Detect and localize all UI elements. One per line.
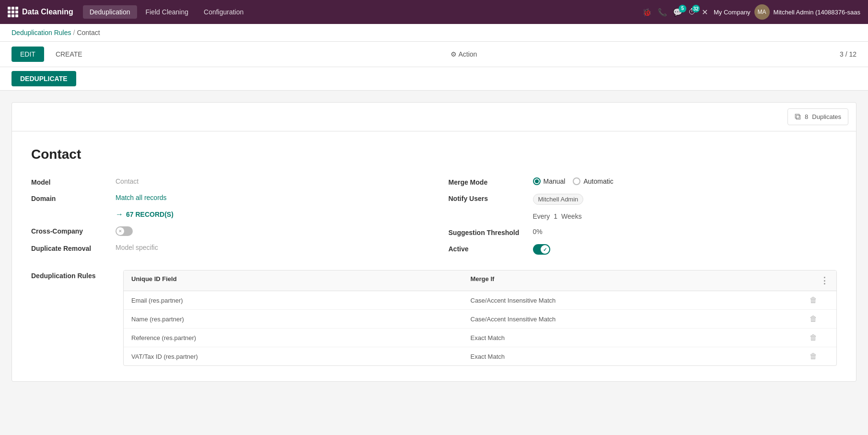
action-bar: EDIT CREATE ⚙ Action 3 / 12 [0, 42, 868, 67]
user-name: Mitchell Admin (14088376-saas [774, 9, 860, 16]
suggestion-threshold-row: Suggestion Threshold 0% [449, 228, 837, 236]
chat-badge: 5 [679, 5, 686, 12]
frequency-prefix: Every [533, 212, 550, 220]
left-column: Model Contact Domain Match all records →… [31, 177, 420, 255]
timer-icon[interactable]: ⏱ 32 [688, 8, 696, 16]
radio-manual-circle [533, 177, 541, 185]
radio-automatic-circle [573, 177, 580, 185]
records-link[interactable]: → 67 RECORD(S) [116, 210, 174, 219]
cross-company-row: Cross-Company [31, 226, 420, 236]
duplicates-count: 8 [805, 113, 808, 120]
active-label: Active [449, 244, 525, 253]
frequency-unit: Weeks [561, 212, 582, 220]
user-section[interactable]: My Company MA Mitchell Admin (14088376-s… [714, 4, 860, 20]
merge-mode-group: Manual Automatic [533, 177, 613, 185]
table-row: Reference (res.partner) Exact Match 🗑 [124, 329, 836, 347]
rules-layout: Deduplication Rules Unique ID Field Merg… [31, 270, 837, 366]
row-merge-if-3: Exact Match [471, 353, 810, 360]
domain-records-row: → 67 RECORD(S) [116, 210, 420, 219]
row-unique-id-2: Reference (res.partner) [131, 334, 471, 341]
table-row: Name (res.partner) Case/Accent Insensiti… [124, 310, 836, 329]
delete-row-2-icon[interactable]: 🗑 [810, 333, 829, 342]
app-name: Data Cleaning [22, 8, 73, 16]
notify-users-label: Notify Users [449, 194, 525, 202]
edit-button[interactable]: EDIT [12, 47, 44, 62]
dedup-rules-label: Deduplication Rules [31, 270, 108, 366]
nav-deduplication[interactable]: Deduplication [83, 5, 137, 19]
grid-icon [8, 7, 18, 17]
domain-label: Domain [31, 194, 108, 202]
notify-users-row: Notify Users Mitchell Admin [449, 194, 837, 205]
delete-row-0-icon[interactable]: 🗑 [810, 296, 829, 305]
model-value: Contact [116, 177, 139, 185]
form-top-bar: ⧉ 8 Duplicates [12, 103, 856, 131]
toggle-knob [116, 227, 124, 235]
frequency-row: Every 1 Weeks [533, 212, 837, 220]
create-button[interactable]: CREATE [50, 47, 88, 62]
breadcrumb-separator: / [73, 29, 75, 36]
domain-value[interactable]: Match all records [116, 194, 167, 201]
model-row: Model Contact [31, 177, 420, 186]
row-unique-id-1: Name (res.partner) [131, 316, 471, 323]
radio-manual[interactable]: Manual [533, 177, 566, 185]
three-dots-icon[interactable]: ⋮ [810, 275, 829, 286]
row-merge-if-2: Exact Match [471, 334, 810, 341]
delete-row-3-icon[interactable]: 🗑 [810, 352, 829, 361]
col-unique-id: Unique ID Field [131, 275, 471, 286]
notify-users-tag[interactable]: Mitchell Admin [533, 194, 584, 205]
breadcrumb: Deduplication Rules / Contact [0, 24, 868, 42]
duplicates-button[interactable]: ⧉ 8 Duplicates [787, 108, 848, 125]
model-label: Model [31, 177, 108, 186]
merge-mode-label: Merge Mode [449, 177, 525, 186]
record-title: Contact [31, 147, 837, 162]
phone-icon[interactable]: 📞 [658, 8, 667, 17]
form-grid: Model Contact Domain Match all records →… [31, 177, 837, 255]
breadcrumb-parent[interactable]: Deduplication Rules [12, 29, 71, 36]
records-count: 67 RECORD(S) [126, 211, 174, 218]
col-merge-if: Merge If [471, 275, 810, 286]
right-column: Merge Mode Manual Automatic [449, 177, 837, 255]
record-position: 3 / 12 [840, 50, 856, 58]
dedup-bar: DEDUPLICATE [0, 67, 868, 91]
close-icon[interactable]: ✕ [702, 8, 708, 17]
radio-manual-label: Manual [544, 177, 566, 185]
active-toggle-knob [541, 245, 549, 254]
row-merge-if-0: Case/Accent Insensitive Match [471, 297, 810, 304]
breadcrumb-current: Contact [77, 29, 100, 36]
frequency-group: Every 1 Weeks [533, 212, 582, 220]
nav-configuration[interactable]: Configuration [197, 5, 250, 19]
row-unique-id-0: Email (res.partner) [131, 297, 471, 304]
suggestion-threshold-label: Suggestion Threshold [449, 228, 525, 236]
radio-automatic-label: Automatic [583, 177, 613, 185]
chat-icon[interactable]: 💬 5 [673, 8, 683, 17]
radio-automatic[interactable]: Automatic [573, 177, 613, 185]
dedup-rules-section: Deduplication Rules Unique ID Field Merg… [31, 270, 837, 366]
company-name: My Company [714, 9, 751, 16]
active-row: Active [449, 244, 837, 255]
avatar: MA [754, 4, 770, 20]
action-menu[interactable]: ⚙ Action [451, 50, 477, 58]
frequency-value: 1 [554, 212, 557, 220]
delete-row-1-icon[interactable]: 🗑 [810, 315, 829, 323]
nav-field-cleaning[interactable]: Field Cleaning [139, 5, 196, 19]
deduplicate-button[interactable]: DEDUPLICATE [12, 71, 76, 86]
dup-removal-value: Model specific [116, 244, 158, 251]
top-navigation: Data Cleaning Deduplication Field Cleani… [0, 0, 868, 24]
app-logo[interactable]: Data Cleaning [8, 7, 73, 17]
row-unique-id-3: VAT/Tax ID (res.partner) [131, 353, 471, 360]
bug-icon[interactable]: 🐞 [642, 8, 652, 17]
duplicates-icon: ⧉ [795, 112, 801, 122]
suggestion-threshold-value: 0% [533, 228, 543, 235]
nav-right: 🐞 📞 💬 5 ⏱ 32 ✕ My Company MA Mitchell Ad… [642, 4, 860, 20]
row-merge-if-1: Case/Accent Insensitive Match [471, 316, 810, 323]
form-card: ⧉ 8 Duplicates Contact Model Contact Dom… [12, 102, 856, 382]
dup-removal-row: Duplicate Removal Model specific [31, 244, 420, 252]
nav-links: Deduplication Field Cleaning Configurati… [83, 5, 633, 19]
timer-badge: 32 [692, 5, 700, 12]
cross-company-toggle[interactable] [116, 226, 133, 236]
table-row: Email (res.partner) Case/Accent Insensit… [124, 291, 836, 310]
cross-company-label: Cross-Company [31, 226, 108, 235]
dup-removal-label: Duplicate Removal [31, 244, 108, 252]
form-body: Contact Model Contact Domain Match all r… [12, 131, 856, 381]
active-toggle[interactable] [533, 244, 550, 255]
